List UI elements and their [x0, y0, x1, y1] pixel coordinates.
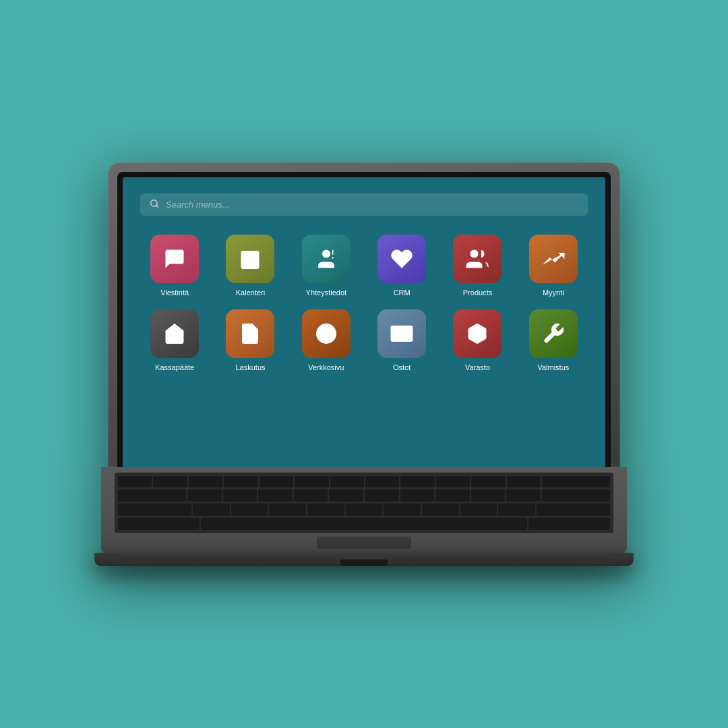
- key: [460, 504, 497, 516]
- key: [187, 489, 222, 502]
- app-kassapaate[interactable]: Kassapääte: [140, 309, 209, 372]
- app-valmistus[interactable]: Valmistus: [519, 309, 588, 372]
- key: [224, 476, 257, 488]
- svg-rect-9: [245, 264, 247, 266]
- varasto-label: Varasto: [465, 363, 490, 372]
- svg-rect-13: [332, 257, 334, 259]
- svg-rect-12: [332, 249, 334, 255]
- keyboard-section: [101, 467, 627, 553]
- svg-point-14: [471, 249, 479, 257]
- svg-rect-10: [249, 264, 251, 266]
- laskutus-label: Laskutus: [235, 363, 265, 372]
- key: [435, 489, 470, 502]
- app-ostot[interactable]: Ostot: [367, 309, 436, 372]
- app-viestinta[interactable]: Viestintä: [140, 235, 209, 297]
- key: [307, 504, 344, 516]
- trackpad: [317, 537, 411, 549]
- key: [498, 504, 535, 516]
- key: [422, 504, 459, 516]
- spacebar: [201, 518, 527, 530]
- key: [118, 489, 186, 502]
- key: [189, 476, 222, 488]
- crm-label: CRM: [394, 289, 411, 297]
- key: [231, 504, 268, 516]
- ostot-label: Ostot: [393, 363, 411, 372]
- ostot-icon: [377, 309, 426, 358]
- key: [329, 489, 363, 502]
- key: [118, 504, 191, 516]
- verkkosivu-icon: [302, 309, 351, 358]
- myynti-label: Myynti: [543, 289, 564, 297]
- search-icon: [150, 199, 159, 210]
- base-notch: [340, 559, 388, 566]
- key: [153, 476, 187, 488]
- svg-rect-19: [391, 326, 413, 342]
- laskutus-icon: [226, 309, 274, 358]
- svg-rect-7: [249, 260, 251, 262]
- key: [193, 504, 230, 516]
- valmistus-icon: [529, 309, 578, 358]
- laptop-screen-lid: Search menus... Viestintä: [108, 162, 620, 467]
- app-crm[interactable]: CRM: [367, 235, 436, 297]
- key: [542, 476, 610, 488]
- search-placeholder: Search menus...: [166, 200, 230, 210]
- svg-rect-8: [253, 260, 255, 262]
- screen-bezel: Search menus... Viestintä: [117, 172, 611, 467]
- search-bar[interactable]: Search menus...: [140, 193, 588, 216]
- key: [118, 476, 152, 488]
- key: [365, 476, 399, 488]
- key: [400, 476, 434, 488]
- valmistus-label: Valmistus: [537, 363, 569, 372]
- key: [346, 504, 383, 516]
- app-varasto[interactable]: Varasto: [443, 309, 512, 372]
- kassapaate-label: Kassapääte: [155, 363, 194, 372]
- myynti-icon: [529, 235, 578, 283]
- key: [506, 489, 541, 502]
- key: [260, 476, 293, 488]
- keyboard: [115, 473, 613, 533]
- key: [471, 489, 506, 502]
- yhteystiedot-icon: [302, 235, 351, 283]
- key: [384, 504, 421, 516]
- key: [537, 504, 610, 516]
- kalenteri-label: Kalenteri: [236, 289, 265, 297]
- viestinta-label: Viestintä: [160, 289, 189, 297]
- crm-icon: [377, 235, 426, 283]
- app-myynti[interactable]: Myynti: [519, 235, 588, 297]
- key: [400, 489, 435, 502]
- app-laskutus[interactable]: Laskutus: [216, 309, 284, 372]
- verkkosivu-label: Verkkosivu: [308, 363, 344, 372]
- kassapaate-icon: [150, 309, 199, 358]
- app-products[interactable]: Products: [443, 235, 512, 297]
- key: [365, 489, 399, 502]
- laptop: Search menus... Viestintä: [94, 162, 634, 566]
- svg-line-1: [156, 205, 158, 207]
- key: [294, 489, 328, 502]
- yhteystiedot-label: Yhteystiedot: [306, 289, 347, 297]
- key: [118, 518, 200, 530]
- app-grid: Viestintä Kalenteri Yhteys: [140, 235, 588, 372]
- key: [436, 476, 470, 488]
- key: [295, 476, 328, 488]
- products-label: Products: [463, 289, 492, 297]
- viestinta-icon: [150, 235, 199, 283]
- app-kalenteri[interactable]: Kalenteri: [216, 235, 284, 297]
- app-yhteystiedot[interactable]: Yhteystiedot: [292, 235, 361, 297]
- app-verkkosivu[interactable]: Verkkosivu: [292, 309, 361, 372]
- key: [223, 489, 257, 502]
- laptop-base: [94, 553, 634, 566]
- key: [471, 476, 505, 488]
- key: [507, 476, 541, 488]
- key: [258, 489, 293, 502]
- kalenteri-icon: [226, 235, 274, 283]
- products-icon: [453, 235, 502, 283]
- key: [269, 504, 306, 516]
- key: [330, 476, 364, 488]
- svg-rect-6: [245, 260, 247, 262]
- svg-point-11: [322, 249, 330, 257]
- varasto-icon: [453, 309, 502, 358]
- key: [528, 518, 610, 530]
- key: [542, 489, 610, 502]
- screen-display: Search menus... Viestintä: [123, 177, 605, 467]
